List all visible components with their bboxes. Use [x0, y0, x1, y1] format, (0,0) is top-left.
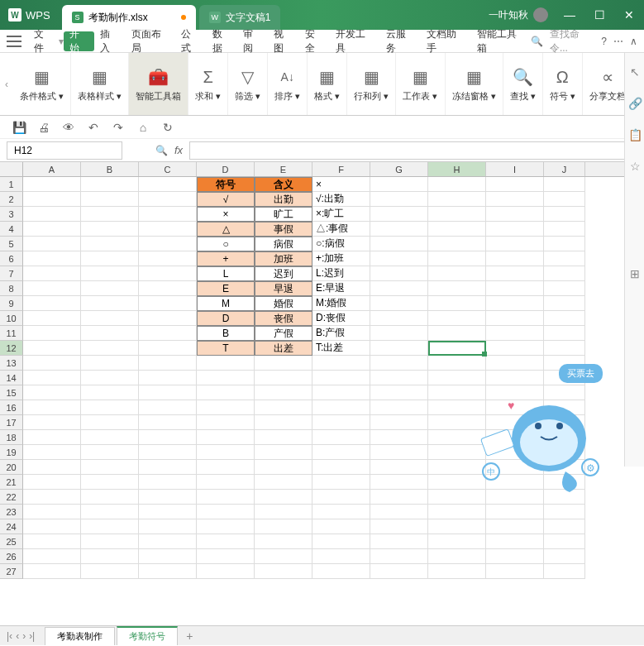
- cell[interactable]: [486, 311, 544, 326]
- cell[interactable]: [81, 490, 139, 505]
- cell[interactable]: [370, 564, 428, 579]
- cell[interactable]: [486, 549, 544, 564]
- row-header[interactable]: 7: [0, 266, 23, 281]
- cell[interactable]: [544, 266, 585, 281]
- cell[interactable]: [428, 430, 486, 445]
- cell[interactable]: [139, 519, 197, 534]
- cell[interactable]: [370, 385, 428, 400]
- cell[interactable]: [370, 296, 428, 311]
- cell[interactable]: [81, 207, 139, 222]
- maximize-button[interactable]: ☐: [584, 3, 614, 26]
- row-header[interactable]: 6: [0, 251, 23, 266]
- row-header[interactable]: 11: [0, 326, 23, 341]
- menu-start[interactable]: 开始: [64, 31, 94, 51]
- cell[interactable]: [139, 326, 197, 341]
- cell[interactable]: B:产假: [312, 326, 370, 341]
- menu-formula[interactable]: 公式: [175, 31, 206, 51]
- cell[interactable]: [81, 564, 139, 579]
- cell[interactable]: [312, 475, 370, 490]
- cell[interactable]: +: [197, 251, 255, 266]
- cell[interactable]: [139, 296, 197, 311]
- cell[interactable]: [255, 549, 312, 564]
- cell[interactable]: [23, 341, 81, 356]
- cell[interactable]: [197, 371, 255, 385]
- cell[interactable]: [139, 534, 197, 549]
- cell[interactable]: [486, 564, 544, 579]
- ribbon-conditional-format[interactable]: ▦ 条件格式 ▾: [13, 53, 71, 115]
- cell[interactable]: [139, 207, 197, 222]
- cell[interactable]: [23, 281, 81, 296]
- cell[interactable]: [370, 237, 428, 251]
- cell[interactable]: [370, 519, 428, 534]
- cell[interactable]: [23, 266, 81, 281]
- ribbon-format[interactable]: ▦ 格式 ▾: [308, 53, 347, 115]
- cell[interactable]: [428, 400, 486, 415]
- cell[interactable]: [312, 549, 370, 564]
- cell[interactable]: [544, 505, 585, 519]
- cell[interactable]: [312, 534, 370, 549]
- cell[interactable]: [139, 281, 197, 296]
- row-header[interactable]: 24: [0, 519, 23, 534]
- cell[interactable]: [23, 177, 81, 192]
- cell[interactable]: [81, 430, 139, 445]
- cell[interactable]: [197, 356, 255, 371]
- cell[interactable]: [370, 207, 428, 222]
- ribbon-sort[interactable]: A↓ 排序 ▾: [268, 53, 308, 115]
- cell[interactable]: ×: [197, 207, 255, 222]
- cell[interactable]: [486, 281, 544, 296]
- sheet-tab[interactable]: 考勤表制作: [45, 627, 115, 645]
- cell[interactable]: [428, 311, 486, 326]
- cell[interactable]: 婚假: [255, 296, 312, 311]
- cell[interactable]: [81, 266, 139, 281]
- cell[interactable]: [139, 460, 197, 475]
- cell[interactable]: [197, 400, 255, 415]
- cell[interactable]: [23, 192, 81, 207]
- cell[interactable]: [139, 549, 197, 564]
- cell[interactable]: T: [197, 341, 255, 356]
- cell[interactable]: ○: [197, 237, 255, 251]
- app-logo[interactable]: W WPS: [0, 8, 59, 22]
- cell[interactable]: [428, 356, 486, 371]
- col-header-J[interactable]: J: [544, 162, 585, 176]
- cell[interactable]: [139, 237, 197, 251]
- cell[interactable]: √:出勤: [312, 192, 370, 207]
- cell[interactable]: [312, 400, 370, 415]
- cell[interactable]: [544, 296, 585, 311]
- cell[interactable]: [486, 341, 544, 356]
- cell[interactable]: [197, 490, 255, 505]
- row-header[interactable]: 10: [0, 311, 23, 326]
- col-header-A[interactable]: A: [23, 162, 81, 176]
- cell[interactable]: △:事假: [312, 222, 370, 237]
- cell[interactable]: [312, 415, 370, 430]
- cell[interactable]: ×: [312, 177, 370, 192]
- help-icon[interactable]: ?: [601, 36, 607, 47]
- cell[interactable]: [486, 326, 544, 341]
- cell[interactable]: [486, 251, 544, 266]
- more-icon[interactable]: ⋯: [613, 36, 623, 47]
- cell[interactable]: [23, 385, 81, 400]
- cell[interactable]: [312, 505, 370, 519]
- cell[interactable]: [139, 341, 197, 356]
- ribbon-table-style[interactable]: ▦ 表格样式 ▾: [71, 53, 129, 115]
- col-header-G[interactable]: G: [370, 162, 428, 176]
- ribbon-symbol[interactable]: Ω 符号 ▾: [543, 53, 583, 115]
- cell[interactable]: [486, 192, 544, 207]
- ribbon-rowcol[interactable]: ▦ 行和列 ▾: [347, 53, 396, 115]
- cell[interactable]: [139, 192, 197, 207]
- row-header[interactable]: 25: [0, 534, 23, 549]
- cell[interactable]: [544, 192, 585, 207]
- undo-button[interactable]: ↶: [86, 120, 101, 135]
- cell[interactable]: [81, 237, 139, 251]
- preview-button[interactable]: 👁: [61, 120, 76, 135]
- cell[interactable]: [428, 415, 486, 430]
- cell[interactable]: 迟到: [255, 266, 312, 281]
- cell[interactable]: [428, 266, 486, 281]
- cell[interactable]: [428, 445, 486, 460]
- cell[interactable]: [370, 505, 428, 519]
- cell[interactable]: [370, 460, 428, 475]
- cell[interactable]: [197, 564, 255, 579]
- cell[interactable]: [486, 296, 544, 311]
- cell[interactable]: [23, 460, 81, 475]
- cell[interactable]: [23, 534, 81, 549]
- cell[interactable]: [370, 430, 428, 445]
